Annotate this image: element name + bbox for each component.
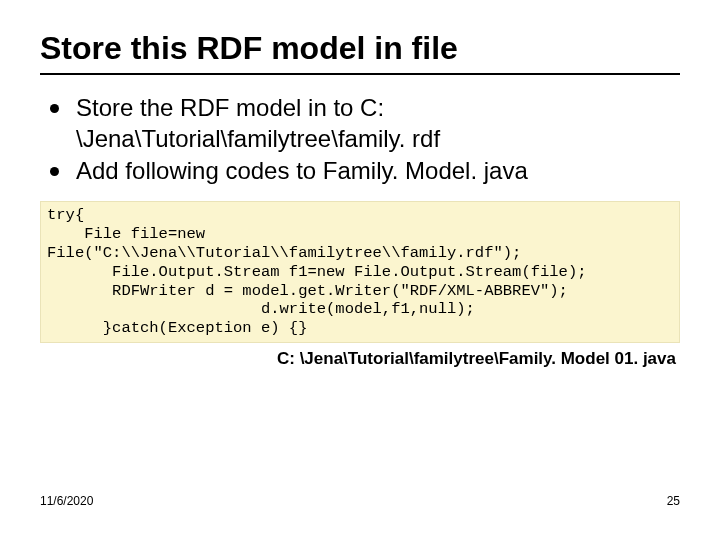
bullet-item: Store the RDF model in to C: \Jena\Tutor… xyxy=(48,93,680,154)
code-caption: C: \Jena\Tutorial\familytree\Family. Mod… xyxy=(40,349,680,369)
slide: Store this RDF model in file Store the R… xyxy=(0,0,720,540)
slide-footer: 11/6/2020 25 xyxy=(40,494,680,508)
title-underline xyxy=(40,73,680,75)
footer-page-number: 25 xyxy=(667,494,680,508)
slide-title: Store this RDF model in file xyxy=(40,30,680,67)
footer-date: 11/6/2020 xyxy=(40,494,93,508)
bullet-item: Add following codes to Family. Model. ja… xyxy=(48,156,680,187)
code-block: try{ File file=new File("C:\\Jena\\Tutor… xyxy=(40,201,680,343)
bullet-list: Store the RDF model in to C: \Jena\Tutor… xyxy=(40,93,680,187)
